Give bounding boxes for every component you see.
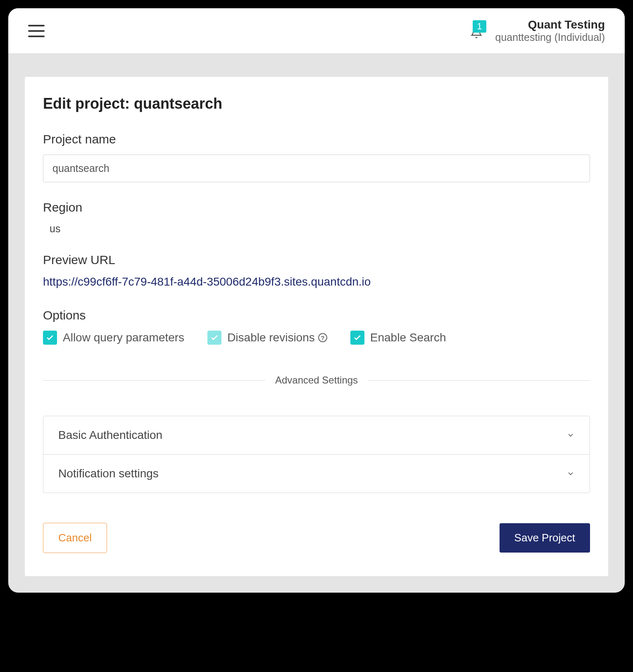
- advanced-label: Advanced Settings: [275, 374, 358, 386]
- help-icon[interactable]: ?: [318, 333, 327, 342]
- options-label: Options: [43, 308, 590, 322]
- app-window: 1 Quant Testing quanttesting (Individual…: [8, 8, 625, 593]
- disable-revisions-checkbox[interactable]: Disable revisions ?: [207, 331, 327, 345]
- notifications-button[interactable]: 1: [469, 23, 484, 39]
- page-title: Edit project: quantsearch: [43, 95, 590, 112]
- checkbox-icon: [207, 331, 221, 345]
- accordion: Basic Authentication Notification settin…: [43, 416, 590, 493]
- cancel-button[interactable]: Cancel: [43, 523, 107, 553]
- checkbox-icon: [43, 331, 57, 345]
- disable-revisions-label: Disable revisions ?: [227, 331, 327, 344]
- region-value: us: [43, 223, 590, 235]
- save-button[interactable]: Save Project: [500, 523, 590, 553]
- checkbox-icon: [350, 331, 364, 345]
- user-block[interactable]: Quant Testing quanttesting (Individual): [495, 18, 605, 43]
- accordion-notification[interactable]: Notification settings: [43, 455, 590, 493]
- project-name-label: Project name: [43, 132, 590, 146]
- options-row: Allow query parameters Disable revisions…: [43, 331, 590, 345]
- enable-search-checkbox[interactable]: Enable Search: [350, 331, 446, 345]
- notification-badge: 1: [473, 20, 486, 33]
- region-label: Region: [43, 200, 590, 214]
- accordion-title: Basic Authentication: [58, 429, 162, 442]
- chevron-down-icon: [566, 469, 575, 478]
- project-name-input[interactable]: [43, 155, 590, 182]
- accordion-title: Notification settings: [58, 467, 159, 480]
- menu-icon[interactable]: [28, 25, 45, 37]
- advanced-divider: Advanced Settings: [43, 374, 590, 386]
- preview-url-link[interactable]: https://c99cf6ff-7c79-481f-a44d-35006d24…: [43, 275, 590, 288]
- app-header: 1 Quant Testing quanttesting (Individual…: [8, 8, 625, 54]
- accordion-basic-auth[interactable]: Basic Authentication: [43, 416, 590, 455]
- content-wrap: Edit project: quantsearch Project name R…: [8, 54, 625, 593]
- allow-query-label: Allow query parameters: [63, 331, 184, 344]
- button-row: Cancel Save Project: [43, 523, 590, 553]
- chevron-down-icon: [566, 431, 575, 439]
- header-right: 1 Quant Testing quanttesting (Individual…: [469, 18, 605, 43]
- user-name: Quant Testing: [495, 18, 605, 31]
- enable-search-label: Enable Search: [370, 331, 446, 344]
- user-sub: quanttesting (Individual): [495, 31, 605, 43]
- preview-url-label: Preview URL: [43, 253, 590, 267]
- form-card: Edit project: quantsearch Project name R…: [25, 77, 608, 576]
- allow-query-checkbox[interactable]: Allow query parameters: [43, 331, 184, 345]
